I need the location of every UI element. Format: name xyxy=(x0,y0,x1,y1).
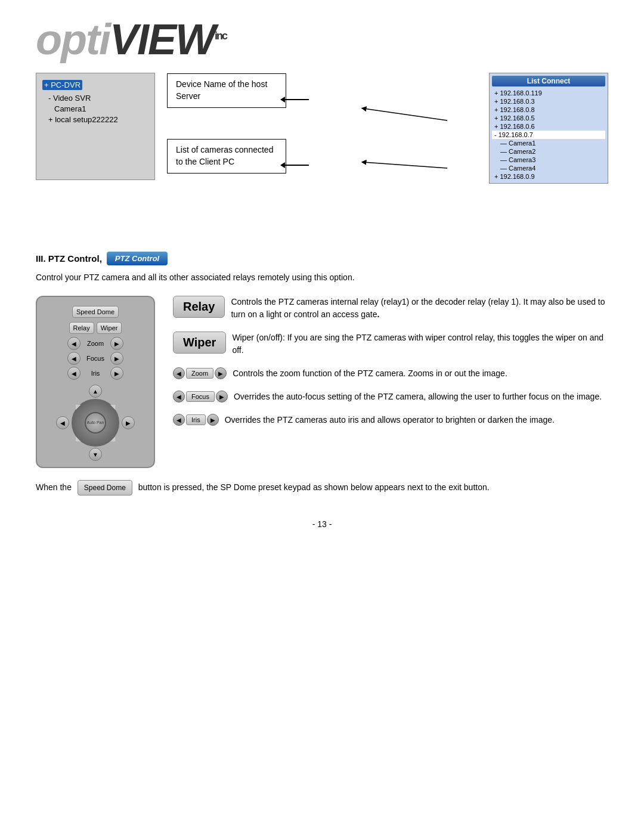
list-connect-title: List Connect xyxy=(492,76,605,86)
relay-desc-label[interactable]: Relay xyxy=(173,296,225,318)
wiper-desc-text: Wiper (on/off): If you are sing the PTZ … xyxy=(232,332,608,357)
pan-up-button[interactable]: ▲ xyxy=(89,385,102,398)
wiper-button[interactable]: Wiper xyxy=(97,322,122,334)
iris-mini-left[interactable]: ◀ xyxy=(173,414,185,426)
ptz-heading: III. PTZ Control, xyxy=(36,253,102,264)
pan-down-button[interactable]: ▼ xyxy=(89,448,102,461)
focus-desc-row: ◀ Focus ▶ Overrides the auto-focus setti… xyxy=(173,391,608,403)
ptz-diagram: Speed Dome Relay Wiper ◀ Zoom ▶ ◀ Focus … xyxy=(36,296,608,468)
tree-panel: + PC-DVR - Video SVR Camera1 + local set… xyxy=(36,73,155,180)
iris-mini-right[interactable]: ▶ xyxy=(207,414,219,426)
focus-mini-row: ◀ Focus ▶ xyxy=(173,391,228,402)
ptz-intro-text: Control your PTZ camera and all its othe… xyxy=(36,271,608,284)
wiper-desc-button: Wiper xyxy=(173,332,226,354)
zoom-mini-label: Zoom xyxy=(186,368,213,379)
focus-desc-text: Overrides the auto-focus setting of the … xyxy=(234,391,608,403)
iris-right-button[interactable]: ▶ xyxy=(110,367,123,380)
speed-dome-note-button[interactable]: Speed Dome xyxy=(78,480,132,496)
relay-desc-text: Controls the PTZ cameras internal relay … xyxy=(231,296,608,321)
zoom-left-button[interactable]: ◀ xyxy=(67,337,80,350)
iris-desc-row: ◀ Iris ▶ Overrides the PTZ cameras auto … xyxy=(173,414,608,426)
list-item[interactable]: — Camera3 xyxy=(492,156,605,164)
zoom-row: ◀ Zoom ▶ xyxy=(42,337,149,350)
list-connect-panel: List Connect + 192.168.0.119 + 192.168.0… xyxy=(489,73,608,184)
list-item[interactable]: + 192.168.0.119 xyxy=(492,89,605,97)
page-number: - 13 - xyxy=(36,519,608,547)
list-item[interactable]: — Camera1 xyxy=(492,139,605,147)
logo-view: VIEW xyxy=(110,16,215,63)
main-content: + PC-DVR - Video SVR Camera1 + local set… xyxy=(0,73,644,547)
focus-desc-control: ◀ Focus ▶ xyxy=(173,391,228,402)
auto-pan-button[interactable]: Auto Pan xyxy=(85,412,106,433)
list-item[interactable]: — Camera2 xyxy=(492,147,605,156)
svg-line-1 xyxy=(364,162,447,168)
zoom-label: Zoom xyxy=(80,340,110,347)
relay-button[interactable]: Relay xyxy=(69,322,94,334)
relay-desc-button: Relay xyxy=(173,296,225,318)
tree-item-camera1[interactable]: Camera1 xyxy=(54,104,148,113)
pan-left-button[interactable]: ◀ xyxy=(56,416,69,429)
zoom-mini-right[interactable]: ▶ xyxy=(215,367,227,379)
iris-mini-label: Iris xyxy=(186,414,206,425)
iris-desc-text: Overrides the PTZ cameras auto iris and … xyxy=(225,414,608,426)
joystick-container: ▲ ◀ ◤ ◥ ◣ ◢ Auto Pan xyxy=(42,385,149,461)
pan-right-button[interactable]: ▶ xyxy=(122,416,135,429)
list-item[interactable]: + 192.168.0.3 xyxy=(492,97,605,106)
focus-mini-label: Focus xyxy=(186,391,215,402)
zoom-desc-control: ◀ Zoom ▶ xyxy=(173,367,227,379)
focus-row: ◀ Focus ▶ xyxy=(42,352,149,365)
svg-line-0 xyxy=(364,109,447,120)
focus-right-button[interactable]: ▶ xyxy=(110,352,123,365)
speed-dome-section: When the Speed Dome button is pressed, t… xyxy=(36,480,608,496)
list-item[interactable]: + 192.168.0.8 xyxy=(492,106,605,114)
tree-item-local-setup[interactable]: + local setup222222 xyxy=(48,115,148,124)
tree-item-video-svr[interactable]: - Video SVR xyxy=(48,94,148,103)
tree-item-pc-dvr[interactable]: + PC-DVR xyxy=(42,80,82,90)
diagram-section: + PC-DVR - Video SVR Camera1 + local set… xyxy=(36,73,608,228)
zoom-mini-row: ◀ Zoom ▶ xyxy=(173,367,227,379)
wiper-desc-row: Wiper Wiper (on/off): If you are sing th… xyxy=(173,332,608,357)
iris-row: ◀ Iris ▶ xyxy=(42,367,149,380)
zoom-desc-row: ◀ Zoom ▶ Controls the zoom function of t… xyxy=(173,367,608,380)
focus-mini-right[interactable]: ▶ xyxy=(216,391,228,402)
list-item[interactable]: + 192.168.0.6 xyxy=(492,122,605,131)
zoom-right-button[interactable]: ▶ xyxy=(110,337,123,350)
logo-opti: opti xyxy=(36,16,110,63)
relay-desc-row: Relay Controls the PTZ cameras internal … xyxy=(173,296,608,321)
focus-mini-left[interactable]: ◀ xyxy=(173,391,185,402)
callout-cameras-list: List of cameras connected to the Client … xyxy=(167,139,286,173)
focus-left-button[interactable]: ◀ xyxy=(67,352,80,365)
speed-dome-note-text: When the Speed Dome button is pressed, t… xyxy=(36,480,608,496)
logo-inc: inc xyxy=(215,30,227,42)
list-item-selected[interactable]: - 192.168.0.7 xyxy=(492,131,605,139)
iris-mini-row: ◀ Iris ▶ xyxy=(173,414,219,426)
speed-dome-button[interactable]: Speed Dome xyxy=(72,306,119,318)
callout-device-name: Device Name of the host Server xyxy=(167,73,286,107)
list-item[interactable]: — Camera4 xyxy=(492,164,605,172)
relay-wiper-row: Relay Wiper xyxy=(42,321,149,335)
list-item[interactable]: + 192.168.0.9 xyxy=(492,172,605,181)
diagram-wrapper: + PC-DVR - Video SVR Camera1 + local set… xyxy=(36,73,608,246)
iris-label: Iris xyxy=(80,370,110,377)
ptz-section-header: III. PTZ Control, PTZ Control xyxy=(36,252,608,265)
speed-dome-suffix: button is pressed, the SP Dome preset ke… xyxy=(138,482,490,492)
list-item[interactable]: + 192.168.0.5 xyxy=(492,114,605,122)
joystick-ring[interactable]: ◤ ◥ ◣ ◢ Auto Pan xyxy=(72,399,119,447)
iris-left-button[interactable]: ◀ xyxy=(67,367,80,380)
focus-label: Focus xyxy=(80,355,110,362)
auto-pan-label: Auto Pan xyxy=(87,420,104,425)
zoom-desc-text: Controls the zoom function of the PTZ ca… xyxy=(233,367,608,380)
zoom-mini-left[interactable]: ◀ xyxy=(173,367,185,379)
ptz-badge: PTZ Control xyxy=(107,252,168,265)
wiper-desc-label[interactable]: Wiper xyxy=(173,332,226,354)
logo-area: optiVIEWinc xyxy=(0,0,644,73)
ptz-control-panel: Speed Dome Relay Wiper ◀ Zoom ▶ ◀ Focus … xyxy=(36,296,155,468)
ptz-descriptions: Relay Controls the PTZ cameras internal … xyxy=(173,296,608,437)
speed-dome-row: Speed Dome xyxy=(42,305,149,319)
speed-dome-prefix: When the xyxy=(36,482,72,492)
iris-desc-control: ◀ Iris ▶ xyxy=(173,414,219,426)
